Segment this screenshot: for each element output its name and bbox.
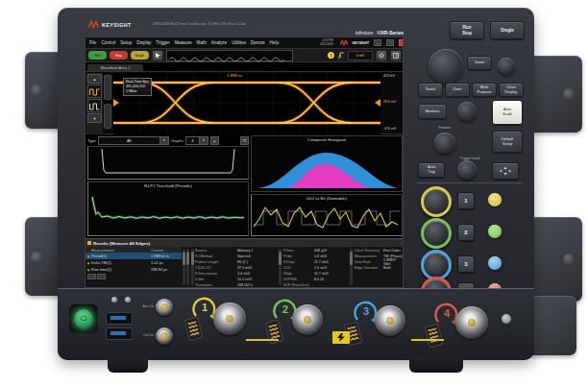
- handle-thumbscrew: [563, 88, 575, 100]
- waveform-source-icon[interactable]: [87, 85, 102, 98]
- menu-setup[interactable]: Setup: [120, 40, 132, 45]
- vertical-tab[interactable]: [104, 75, 111, 100]
- info-label: RJ Method: [195, 254, 237, 258]
- pointer-tool-button[interactable]: [152, 50, 163, 61]
- trigger-source-badge: 1: [328, 52, 334, 59]
- channel2-button[interactable]: 2: [457, 224, 475, 241]
- table-row[interactable]: ◆ Period(1) 1.99854 ns: [86, 253, 182, 259]
- scrollbar[interactable]: [350, 249, 353, 285]
- info-label: TJ(1E-12): [195, 266, 237, 270]
- menu-analyze[interactable]: Analyze: [211, 40, 227, 45]
- channel1-offset-knob[interactable]: [488, 193, 502, 206]
- channel3-offset-knob[interactable]: [488, 256, 502, 270]
- close-button[interactable]: ✕: [399, 39, 404, 46]
- scrollbar[interactable]: [183, 249, 185, 285]
- info-label: Data Rate: [355, 260, 383, 264]
- zoom-button[interactable]: Zoom: [467, 56, 492, 70]
- scroll-up-button[interactable]: ▲: [87, 74, 102, 84]
- minimize-button[interactable]: ▭: [374, 39, 381, 46]
- page-button[interactable]: [87, 274, 96, 279]
- measurement-name: Rise time(1): [91, 267, 151, 272]
- svg-text:1: 1: [202, 302, 208, 313]
- scrollbar[interactable]: [279, 249, 282, 285]
- menu-bar: File Control Setup Display Trigger Measu…: [86, 37, 404, 48]
- composite-histogram-panel[interactable]: Composite Histogram: [251, 135, 403, 192]
- oscilloscope-product-view: KEYSIGHT UXR0204B Real-Time Oscilloscope…: [0, 0, 588, 387]
- measurement-list: Measurement Current ◆ Period(1) 1.99854 …: [86, 247, 182, 288]
- menu-help[interactable]: Help: [270, 40, 279, 45]
- menu-trigger[interactable]: Trigger: [156, 40, 169, 45]
- sidebar-toggle-button[interactable]: [390, 50, 402, 61]
- menu-control[interactable]: Control: [101, 40, 115, 45]
- trigger-level-knob[interactable]: [457, 160, 477, 180]
- front-panel-controls: Run Stop Single Zoom Touch Zone Multi Pu…: [407, 12, 532, 302]
- markers-button[interactable]: Markers: [418, 104, 447, 119]
- info-column-b: PJrms608 µUI PJdd1.6 mUI DDJpp11.7 mUI D…: [283, 247, 347, 288]
- trigger-set-pad[interactable]: [492, 162, 519, 180]
- info-column-a: SourceMemory 1 RJ MethodSpectral Pattern…: [195, 247, 276, 288]
- zone-button[interactable]: Zone: [445, 83, 470, 97]
- scrollbar[interactable]: [186, 249, 189, 285]
- cal-out-label: Cal Out: [133, 333, 154, 337]
- touch-button[interactable]: Touch: [418, 83, 443, 97]
- results-header: Results (Measure All Edges): [86, 239, 404, 247]
- single-button[interactable]: Single: [490, 21, 525, 39]
- table-pagination: [86, 273, 182, 279]
- trigger-level-value[interactable]: 0 mV: [348, 51, 373, 60]
- table-row[interactable]: ◆ Rise time(1) 298.94 ps: [86, 266, 182, 273]
- channel1-scale-knob[interactable]: [421, 186, 452, 217]
- info-value: 608 µUI: [314, 249, 327, 253]
- single-button[interactable]: Single: [131, 51, 149, 60]
- restore-button[interactable]: ❐: [386, 39, 394, 46]
- channel2-scale-knob[interactable]: [421, 218, 452, 249]
- power-button[interactable]: ⏻: [74, 309, 93, 328]
- bathtub-plot[interactable]: [87, 146, 249, 180]
- menu-math[interactable]: Math: [197, 40, 207, 45]
- arrow-pad-icon: [499, 166, 512, 176]
- rjpj-threshold-panel[interactable]: RJ,PJ Threshold (Periodic): [87, 181, 249, 236]
- trigger-setup-button[interactable]: [376, 50, 387, 61]
- undock-button[interactable]: ❐: [240, 136, 249, 145]
- channel1-button[interactable]: 1: [457, 192, 475, 209]
- position-knob[interactable]: [434, 133, 455, 154]
- menu-utilities[interactable]: Utilities: [232, 40, 246, 45]
- horizontal-scale-knob[interactable]: [429, 49, 463, 84]
- waveform-area-tab[interactable]: Waveform Area 1: [87, 64, 143, 71]
- multi-purpose-button[interactable]: Multi Purpose: [472, 83, 497, 97]
- menu-demos[interactable]: Demos: [251, 40, 265, 45]
- divider: [417, 182, 523, 183]
- eye-plot[interactable]: 1.998 ns Real-Time Eye 491,456,910 1 Mli…: [113, 73, 380, 134]
- page-button[interactable]: [97, 274, 106, 279]
- svg-text:3: 3: [363, 305, 369, 317]
- vertical-tab[interactable]: [104, 104, 111, 129]
- svg-text:2: 2: [282, 303, 288, 315]
- default-setup-button[interactable]: Default Setup: [492, 131, 523, 153]
- collapse-button[interactable]: ▴: [210, 136, 219, 145]
- stop-button[interactable]: Stop: [110, 51, 128, 60]
- run-button[interactable]: Run: [88, 51, 107, 60]
- run-stop-button[interactable]: Run Stop: [450, 21, 484, 39]
- aux-out-connector: [156, 299, 173, 316]
- clear-display-button[interactable]: Clear Display: [499, 83, 524, 97]
- col-measurement: Measurement: [91, 248, 151, 253]
- panel-marking: [411, 339, 444, 341]
- menu-file[interactable]: File: [89, 40, 96, 45]
- channel2-offset-knob[interactable]: [488, 225, 502, 238]
- graphs-dropdown[interactable]: 4 ▾: [185, 136, 208, 145]
- scrollbar[interactable]: [191, 249, 194, 285]
- markers-knob[interactable]: [457, 102, 477, 121]
- auto-scale-button[interactable]: Auto Scale: [492, 100, 523, 125]
- menu-measure[interactable]: Measure: [175, 40, 192, 45]
- horizontal-preview-strip[interactable]: [166, 50, 293, 61]
- keysight-spark-icon: [88, 20, 99, 29]
- series-name: UXR-Series: [378, 30, 404, 36]
- horizontal-position-knob[interactable]: [498, 58, 515, 75]
- ddj-vs-bit-panel[interactable]: DDJ vs Bit (Zoomable): [251, 194, 403, 236]
- menu-display[interactable]: Display: [136, 40, 151, 45]
- channel3-button[interactable]: 3: [457, 255, 475, 273]
- waveform-source-icon[interactable]: [87, 99, 102, 112]
- scroll-down-button[interactable]: ▼: [87, 113, 102, 123]
- auto-trig-button[interactable]: Auto Trig: [418, 162, 445, 178]
- table-row[interactable]: ◆ Delta TIE(1) 1.02 ps: [86, 259, 182, 266]
- type-dropdown[interactable]: All ▾: [98, 136, 169, 145]
